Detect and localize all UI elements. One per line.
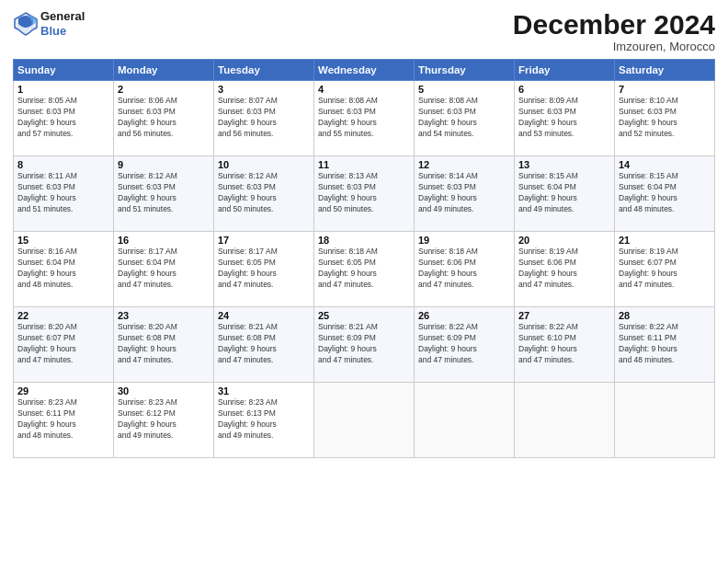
day-cell	[415, 383, 515, 458]
day-info: Sunrise: 8:20 AM Sunset: 6:07 PM Dayligh…	[17, 322, 109, 366]
day-cell: 30Sunrise: 8:23 AM Sunset: 6:12 PM Dayli…	[114, 383, 214, 458]
day-info: Sunrise: 8:12 AM Sunset: 6:03 PM Dayligh…	[118, 171, 210, 215]
day-number: 9	[118, 159, 210, 170]
day-info: Sunrise: 8:15 AM Sunset: 6:04 PM Dayligh…	[619, 171, 711, 215]
day-cell: 1Sunrise: 8:05 AM Sunset: 6:03 PM Daylig…	[14, 81, 114, 156]
day-cell	[314, 383, 415, 458]
calendar: SundayMondayTuesdayWednesdayThursdayFrid…	[13, 59, 715, 458]
day-cell: 3Sunrise: 8:07 AM Sunset: 6:03 PM Daylig…	[214, 81, 314, 156]
day-number: 6	[518, 84, 610, 95]
day-number: 3	[218, 84, 310, 95]
page: General Blue December 2024 Imzouren, Mor…	[0, 0, 728, 563]
day-info: Sunrise: 8:06 AM Sunset: 6:03 PM Dayligh…	[118, 96, 210, 140]
day-info: Sunrise: 8:20 AM Sunset: 6:08 PM Dayligh…	[118, 322, 210, 366]
day-cell	[515, 383, 615, 458]
day-cell: 19Sunrise: 8:18 AM Sunset: 6:06 PM Dayli…	[415, 232, 515, 307]
day-info: Sunrise: 8:08 AM Sunset: 6:03 PM Dayligh…	[318, 96, 410, 140]
day-info: Sunrise: 8:11 AM Sunset: 6:03 PM Dayligh…	[17, 171, 109, 215]
week-row-3: 15Sunrise: 8:16 AM Sunset: 6:04 PM Dayli…	[14, 232, 715, 307]
weekday-friday: Friday	[515, 60, 615, 81]
day-info: Sunrise: 8:22 AM Sunset: 6:09 PM Dayligh…	[418, 322, 510, 366]
day-cell: 31Sunrise: 8:23 AM Sunset: 6:13 PM Dayli…	[214, 383, 314, 458]
day-info: Sunrise: 8:14 AM Sunset: 6:03 PM Dayligh…	[418, 171, 510, 215]
day-number: 28	[619, 310, 711, 321]
day-cell: 20Sunrise: 8:19 AM Sunset: 6:06 PM Dayli…	[515, 232, 615, 307]
day-cell: 6Sunrise: 8:09 AM Sunset: 6:03 PM Daylig…	[515, 81, 615, 156]
day-number: 27	[518, 310, 610, 321]
day-cell: 23Sunrise: 8:20 AM Sunset: 6:08 PM Dayli…	[114, 307, 214, 383]
day-cell: 27Sunrise: 8:22 AM Sunset: 6:10 PM Dayli…	[515, 307, 615, 383]
day-number: 17	[218, 235, 310, 246]
day-info: Sunrise: 8:10 AM Sunset: 6:03 PM Dayligh…	[619, 96, 711, 140]
day-number: 13	[518, 159, 610, 170]
week-row-5: 29Sunrise: 8:23 AM Sunset: 6:11 PM Dayli…	[14, 383, 715, 458]
day-info: Sunrise: 8:12 AM Sunset: 6:03 PM Dayligh…	[218, 171, 310, 215]
day-cell: 8Sunrise: 8:11 AM Sunset: 6:03 PM Daylig…	[14, 156, 114, 232]
day-number: 15	[17, 235, 109, 246]
day-number: 14	[619, 159, 711, 170]
day-number: 7	[619, 84, 711, 95]
day-info: Sunrise: 8:21 AM Sunset: 6:08 PM Dayligh…	[218, 322, 310, 366]
day-cell: 25Sunrise: 8:21 AM Sunset: 6:09 PM Dayli…	[314, 307, 415, 383]
day-cell: 15Sunrise: 8:16 AM Sunset: 6:04 PM Dayli…	[14, 232, 114, 307]
day-number: 4	[318, 84, 410, 95]
header: General Blue December 2024 Imzouren, Mor…	[13, 9, 715, 53]
day-number: 30	[118, 385, 210, 396]
week-row-2: 8Sunrise: 8:11 AM Sunset: 6:03 PM Daylig…	[14, 156, 715, 232]
logo-text: General Blue	[40, 9, 85, 38]
day-info: Sunrise: 8:23 AM Sunset: 6:13 PM Dayligh…	[218, 397, 310, 442]
day-number: 8	[17, 159, 109, 170]
weekday-tuesday: Tuesday	[214, 60, 314, 81]
weekday-wednesday: Wednesday	[314, 60, 415, 81]
day-info: Sunrise: 8:17 AM Sunset: 6:04 PM Dayligh…	[118, 247, 210, 291]
day-info: Sunrise: 8:21 AM Sunset: 6:09 PM Dayligh…	[318, 322, 410, 366]
day-cell: 5Sunrise: 8:08 AM Sunset: 6:03 PM Daylig…	[415, 81, 515, 156]
day-number: 31	[218, 385, 310, 396]
calendar-body: 1Sunrise: 8:05 AM Sunset: 6:03 PM Daylig…	[14, 81, 715, 458]
day-cell: 18Sunrise: 8:18 AM Sunset: 6:05 PM Dayli…	[314, 232, 415, 307]
day-info: Sunrise: 8:19 AM Sunset: 6:07 PM Dayligh…	[619, 247, 711, 291]
day-cell: 21Sunrise: 8:19 AM Sunset: 6:07 PM Dayli…	[615, 232, 715, 307]
day-cell: 24Sunrise: 8:21 AM Sunset: 6:08 PM Dayli…	[214, 307, 314, 383]
day-number: 23	[118, 310, 210, 321]
day-info: Sunrise: 8:18 AM Sunset: 6:06 PM Dayligh…	[418, 247, 510, 291]
day-number: 18	[318, 235, 410, 246]
day-number: 2	[118, 84, 210, 95]
weekday-thursday: Thursday	[415, 60, 515, 81]
day-number: 1	[17, 84, 109, 95]
day-cell: 28Sunrise: 8:22 AM Sunset: 6:11 PM Dayli…	[615, 307, 715, 383]
weekday-sunday: Sunday	[14, 60, 114, 81]
day-number: 24	[218, 310, 310, 321]
title-block: December 2024 Imzouren, Morocco	[513, 9, 715, 53]
day-cell: 12Sunrise: 8:14 AM Sunset: 6:03 PM Dayli…	[415, 156, 515, 232]
day-info: Sunrise: 8:07 AM Sunset: 6:03 PM Dayligh…	[218, 96, 310, 140]
day-info: Sunrise: 8:18 AM Sunset: 6:05 PM Dayligh…	[318, 247, 410, 291]
weekday-header-row: SundayMondayTuesdayWednesdayThursdayFrid…	[14, 60, 715, 81]
day-info: Sunrise: 8:23 AM Sunset: 6:11 PM Dayligh…	[17, 397, 109, 442]
logo-icon	[13, 11, 39, 37]
day-number: 10	[218, 159, 310, 170]
day-cell: 9Sunrise: 8:12 AM Sunset: 6:03 PM Daylig…	[114, 156, 214, 232]
day-number: 16	[118, 235, 210, 246]
day-info: Sunrise: 8:15 AM Sunset: 6:04 PM Dayligh…	[518, 171, 610, 215]
day-cell: 11Sunrise: 8:13 AM Sunset: 6:03 PM Dayli…	[314, 156, 415, 232]
location: Imzouren, Morocco	[513, 40, 715, 53]
day-number: 29	[17, 385, 109, 396]
day-info: Sunrise: 8:22 AM Sunset: 6:10 PM Dayligh…	[518, 322, 610, 366]
day-cell: 22Sunrise: 8:20 AM Sunset: 6:07 PM Dayli…	[14, 307, 114, 383]
week-row-1: 1Sunrise: 8:05 AM Sunset: 6:03 PM Daylig…	[14, 81, 715, 156]
day-cell: 7Sunrise: 8:10 AM Sunset: 6:03 PM Daylig…	[615, 81, 715, 156]
day-cell: 14Sunrise: 8:15 AM Sunset: 6:04 PM Dayli…	[615, 156, 715, 232]
day-info: Sunrise: 8:05 AM Sunset: 6:03 PM Dayligh…	[17, 96, 109, 140]
day-info: Sunrise: 8:19 AM Sunset: 6:06 PM Dayligh…	[518, 247, 610, 291]
day-info: Sunrise: 8:08 AM Sunset: 6:03 PM Dayligh…	[418, 96, 510, 140]
day-cell: 2Sunrise: 8:06 AM Sunset: 6:03 PM Daylig…	[114, 81, 214, 156]
day-number: 26	[418, 310, 510, 321]
day-cell: 13Sunrise: 8:15 AM Sunset: 6:04 PM Dayli…	[515, 156, 615, 232]
day-number: 22	[17, 310, 109, 321]
day-info: Sunrise: 8:22 AM Sunset: 6:11 PM Dayligh…	[619, 322, 711, 366]
month-title: December 2024	[513, 9, 715, 40]
day-cell: 16Sunrise: 8:17 AM Sunset: 6:04 PM Dayli…	[114, 232, 214, 307]
day-info: Sunrise: 8:13 AM Sunset: 6:03 PM Dayligh…	[318, 171, 410, 215]
day-number: 19	[418, 235, 510, 246]
